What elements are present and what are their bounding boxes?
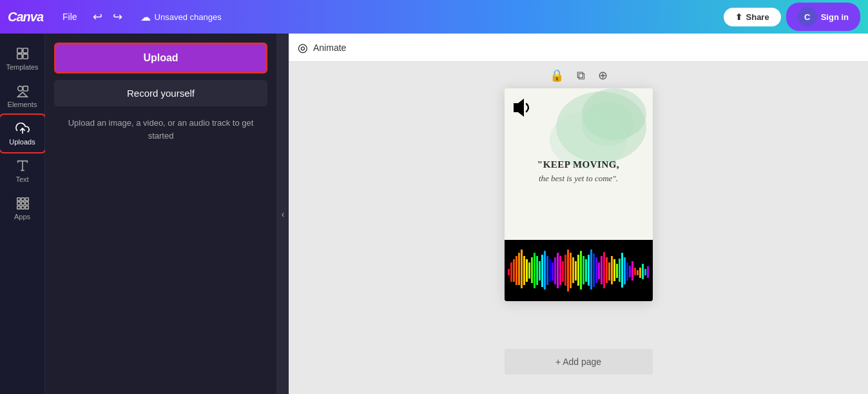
templates-icon	[15, 46, 30, 61]
svg-rect-1	[23, 48, 27, 53]
svg-rect-68	[601, 256, 603, 284]
text-icon	[15, 159, 30, 173]
svg-rect-32	[508, 269, 510, 275]
undo-button[interactable]: ↩	[89, 7, 106, 26]
expand-button[interactable]: ⊕	[595, 66, 610, 85]
svg-rect-73	[613, 259, 615, 281]
svg-rect-86	[647, 266, 649, 278]
svg-rect-46	[544, 251, 546, 290]
svg-marker-6	[17, 92, 27, 97]
sidebar-item-uploads[interactable]: Uploads	[0, 115, 45, 152]
svg-rect-44	[539, 261, 541, 281]
svg-rect-82	[637, 270, 639, 275]
svg-rect-55	[567, 250, 569, 291]
signin-button[interactable]: C Sign in	[786, 3, 860, 31]
svg-rect-83	[639, 268, 641, 278]
templates-label: Templates	[6, 63, 38, 71]
svg-rect-67	[598, 262, 600, 279]
svg-rect-16	[17, 206, 20, 210]
waveform-visualization	[505, 240, 653, 301]
hide-panel-button[interactable]: ‹	[277, 34, 289, 394]
add-page-button[interactable]: + Add page	[505, 349, 653, 375]
svg-rect-58	[575, 261, 577, 281]
svg-rect-11	[21, 198, 24, 201]
svg-rect-66	[595, 257, 597, 283]
canvas-area: ◎ Animate 🔒 ⧉ ⊕	[289, 34, 868, 394]
duplicate-button[interactable]: ⧉	[574, 66, 588, 85]
svg-rect-18	[25, 206, 28, 210]
svg-rect-79	[629, 266, 631, 277]
svg-rect-63	[588, 255, 590, 286]
svg-rect-69	[603, 252, 605, 288]
user-avatar: C	[798, 7, 817, 26]
svg-rect-41	[531, 257, 533, 283]
design-card[interactable]: "KEEP MOVING, the best is yet to come".	[505, 88, 653, 301]
svg-rect-47	[546, 256, 548, 285]
sidebar-item-elements[interactable]: Elements	[0, 77, 45, 115]
speaker-icon	[511, 96, 534, 119]
svg-rect-5	[23, 86, 27, 91]
svg-rect-78	[626, 262, 628, 281]
elements-label: Elements	[8, 101, 37, 108]
cloud-icon: ☁	[140, 11, 151, 23]
card-text-area: "KEEP MOVING, the best is yet to come".	[511, 159, 646, 184]
svg-rect-36	[518, 253, 520, 285]
svg-rect-33	[510, 262, 512, 282]
unsaved-changes-indicator: ☁ Unsaved changes	[134, 8, 228, 26]
svg-rect-50	[554, 257, 556, 284]
lock-button[interactable]: 🔒	[547, 66, 566, 85]
svg-rect-70	[606, 257, 608, 283]
svg-rect-65	[593, 253, 595, 287]
share-button[interactable]: ⬆ Share	[724, 8, 781, 26]
svg-rect-39	[526, 259, 528, 282]
svg-rect-80	[632, 261, 633, 281]
svg-rect-54	[564, 255, 566, 286]
svg-rect-76	[621, 253, 623, 288]
svg-rect-42	[534, 253, 535, 288]
svg-rect-45	[541, 255, 543, 287]
animate-label[interactable]: Animate	[313, 43, 346, 53]
svg-rect-34	[513, 259, 515, 282]
svg-point-4	[17, 86, 22, 91]
card-controls: 🔒 ⧉ ⊕	[547, 66, 610, 85]
svg-rect-0	[17, 48, 21, 53]
animate-icon: ◎	[298, 41, 308, 55]
svg-rect-3	[23, 54, 27, 59]
sidebar: Templates Elements Uploads	[0, 34, 45, 394]
canva-logo: Canva	[8, 10, 43, 25]
apps-icon	[15, 196, 30, 210]
svg-rect-53	[562, 261, 564, 282]
svg-rect-60	[580, 251, 582, 290]
svg-rect-15	[25, 202, 28, 205]
card-quote-sub: the best is yet to come".	[511, 173, 646, 184]
svg-rect-71	[608, 262, 610, 281]
sound-icon-overlay	[511, 96, 534, 124]
upload-button[interactable]: Upload	[54, 43, 267, 74]
sidebar-item-templates[interactable]: Templates	[0, 40, 45, 77]
upload-hint-text: Upload an image, a video, or an audio tr…	[54, 113, 267, 146]
svg-rect-64	[590, 250, 592, 290]
card-inner: "KEEP MOVING, the best is yet to come".	[505, 88, 653, 301]
svg-rect-48	[549, 259, 551, 282]
svg-rect-59	[577, 255, 579, 286]
sidebar-item-apps[interactable]: Apps	[0, 190, 45, 227]
svg-rect-75	[619, 259, 621, 282]
svg-rect-72	[611, 256, 613, 284]
text-label: Text	[15, 175, 28, 183]
redo-button[interactable]: ↪	[109, 7, 126, 26]
card-waveform	[505, 240, 653, 301]
svg-rect-51	[557, 253, 559, 288]
file-menu-button[interactable]: File	[56, 9, 84, 25]
svg-rect-62	[585, 259, 587, 282]
svg-rect-85	[644, 269, 646, 275]
svg-point-23	[582, 101, 633, 146]
record-yourself-button[interactable]: Record yourself	[54, 80, 267, 106]
svg-rect-61	[583, 256, 584, 284]
svg-rect-40	[528, 262, 530, 279]
svg-rect-17	[21, 206, 24, 210]
svg-marker-30	[514, 99, 524, 117]
svg-rect-74	[616, 264, 618, 278]
upload-panel: Upload Record yourself Upload an image, …	[45, 34, 277, 394]
topbar: Canva File ↩ ↪ ☁ Unsaved changes ⬆ Share…	[0, 0, 868, 34]
sidebar-item-text[interactable]: Text	[0, 152, 45, 190]
